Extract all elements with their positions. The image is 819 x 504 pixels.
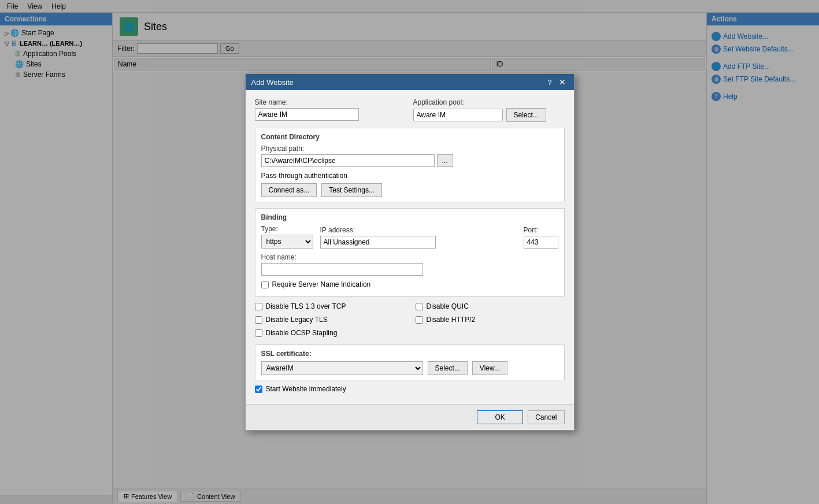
- physical-path-label: Physical path:: [261, 144, 558, 153]
- dialog-overlay: Add Website ? ✕ Site name: Application p…: [0, 0, 819, 504]
- disable-tls13-row: Disable TLS 1.3 over TCP: [255, 302, 404, 310]
- tls-checkboxes-grid: Disable TLS 1.3 over TCP Disable QUIC Di…: [255, 302, 565, 340]
- ok-button[interactable]: OK: [477, 410, 523, 424]
- host-name-input[interactable]: [261, 263, 423, 276]
- app-pool-label: Application pool:: [413, 98, 565, 106]
- app-pool-select-button[interactable]: Select...: [506, 108, 546, 122]
- disable-http2-label: Disable HTTP/2: [427, 316, 476, 324]
- app-pool-input[interactable]: [413, 109, 503, 121]
- binding-row: Type: http https IP address: Port:: [261, 225, 558, 249]
- disable-quic-label: Disable QUIC: [427, 302, 469, 310]
- ssl-certificate-section: SSL certificate: AwareIM Select... View.…: [255, 344, 565, 380]
- app-pool-group: Application pool: Select...: [413, 98, 565, 122]
- type-group: Type: http https: [261, 225, 313, 249]
- port-group: Port:: [524, 226, 558, 249]
- disable-legacy-tls-row: Disable Legacy TLS: [255, 316, 404, 324]
- disable-ocsp-label: Disable OCSP Stapling: [266, 329, 338, 337]
- binding-label: Binding: [261, 213, 558, 221]
- pass-through-buttons: Connect as... Test Settings...: [261, 183, 558, 197]
- require-sni-checkbox[interactable]: [261, 281, 269, 288]
- ssl-select-button[interactable]: Select...: [428, 361, 468, 375]
- pass-through-section: Pass-through authentication Connect as..…: [261, 172, 558, 197]
- disable-quic-row: Disable QUIC: [416, 302, 565, 310]
- disable-tls13-label: Disable TLS 1.3 over TCP: [266, 302, 346, 310]
- ssl-cert-label: SSL certificate:: [261, 350, 558, 358]
- ssl-cert-select[interactable]: AwareIM: [261, 361, 423, 375]
- start-website-row: Start Website immediately: [255, 385, 565, 393]
- site-name-row: Site name: Application pool: Select...: [255, 98, 565, 122]
- port-label: Port:: [524, 226, 558, 234]
- binding-section: Binding Type: http https IP address:: [255, 208, 565, 297]
- content-directory-label: Content Directory: [261, 133, 558, 141]
- site-name-group: Site name:: [255, 98, 406, 122]
- type-select[interactable]: http https: [261, 235, 313, 249]
- disable-quic-checkbox[interactable]: [416, 303, 423, 310]
- physical-path-group: Physical path: ...: [261, 144, 558, 167]
- tls-checkboxes-section: Disable TLS 1.3 over TCP Disable QUIC Di…: [255, 302, 565, 340]
- physical-path-input[interactable]: [261, 154, 435, 167]
- host-name-label: Host name:: [261, 253, 558, 261]
- require-sni-row: Require Server Name Indication: [261, 280, 558, 288]
- start-website-label: Start Website immediately: [266, 385, 346, 393]
- dialog-title: Add Website: [251, 78, 294, 87]
- dialog-titlebar: Add Website ? ✕: [246, 74, 574, 90]
- cancel-button[interactable]: Cancel: [528, 410, 564, 424]
- browse-button[interactable]: ...: [437, 154, 453, 167]
- dialog-body: Site name: Application pool: Select... C…: [246, 90, 574, 404]
- app-pool-row: Select...: [413, 108, 565, 122]
- disable-http2-checkbox[interactable]: [416, 316, 423, 324]
- disable-ocsp-checkbox[interactable]: [255, 329, 262, 337]
- type-label: Type:: [261, 225, 313, 233]
- physical-path-row: ...: [261, 154, 558, 167]
- require-sni-label: Require Server Name Indication: [272, 280, 371, 288]
- dialog-help-button[interactable]: ?: [545, 77, 554, 87]
- port-input[interactable]: [524, 236, 558, 249]
- disable-http2-row: Disable HTTP/2: [416, 316, 565, 324]
- ip-address-group: IP address:: [320, 226, 517, 249]
- ssl-view-button[interactable]: View...: [472, 361, 507, 375]
- site-name-input[interactable]: [255, 108, 359, 121]
- ip-address-input[interactable]: [320, 236, 436, 249]
- dialog-controls: ? ✕: [545, 77, 568, 87]
- site-name-label: Site name:: [255, 98, 406, 106]
- ip-address-label: IP address:: [320, 226, 517, 234]
- host-name-group: Host name:: [261, 253, 558, 276]
- dialog-footer: OK Cancel: [246, 404, 574, 430]
- disable-legacy-tls-checkbox[interactable]: [255, 316, 262, 324]
- connect-as-button[interactable]: Connect as...: [261, 183, 317, 197]
- start-website-checkbox[interactable]: [255, 386, 262, 393]
- ssl-cert-row: AwareIM Select... View...: [261, 361, 558, 375]
- disable-legacy-tls-label: Disable Legacy TLS: [266, 316, 328, 324]
- disable-ocsp-row: Disable OCSP Stapling: [255, 329, 404, 337]
- content-directory-section: Content Directory Physical path: ... Pas…: [255, 128, 565, 202]
- pass-through-label: Pass-through authentication: [261, 172, 558, 180]
- dialog-close-button[interactable]: ✕: [557, 77, 568, 87]
- add-website-dialog: Add Website ? ✕ Site name: Application p…: [245, 73, 575, 431]
- disable-tls13-checkbox[interactable]: [255, 303, 262, 310]
- test-settings-button[interactable]: Test Settings...: [321, 183, 382, 197]
